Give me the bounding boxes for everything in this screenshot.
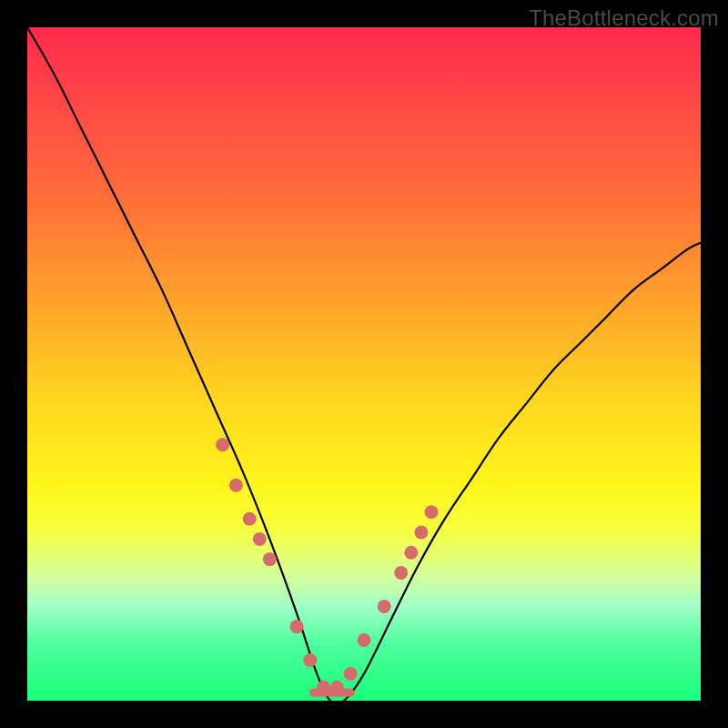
- curve-dot-group: [216, 438, 438, 693]
- curve-dot: [290, 620, 304, 633]
- chart-frame: TheBottleneck.com: [0, 0, 728, 728]
- curve-dot: [358, 633, 371, 647]
- curve-dot: [263, 552, 277, 566]
- curve-dot: [378, 600, 391, 613]
- curve-dot: [243, 512, 257, 526]
- curve-dot: [216, 438, 229, 451]
- curve-dot: [253, 532, 267, 546]
- plot-area: [27, 27, 701, 701]
- curve-dot: [344, 667, 358, 681]
- curve-dot: [394, 566, 408, 580]
- curve-dot: [425, 505, 439, 519]
- curve-dot: [229, 479, 243, 492]
- curve-dot: [414, 526, 428, 540]
- bottleneck-chart-svg: [27, 27, 701, 701]
- curve-dot: [303, 653, 317, 667]
- bottleneck-curve-path: [27, 27, 701, 701]
- curve-dot: [404, 546, 418, 560]
